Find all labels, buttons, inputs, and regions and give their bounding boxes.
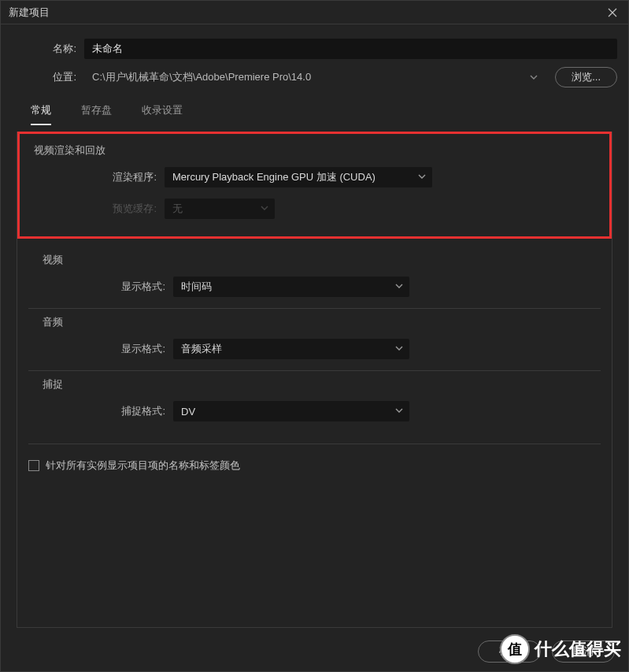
- audio-section-title: 音频: [39, 315, 590, 329]
- audio-section: 音频 显示格式: 音频采样: [28, 309, 601, 371]
- chevron-down-icon: [418, 173, 426, 182]
- name-row: 名称:: [12, 39, 617, 59]
- location-row: 位置: C:\用户\机械革命\文档\Adobe\Premiere Pro\14.…: [12, 67, 617, 87]
- cancel-button[interactable]: 取消: [552, 640, 615, 663]
- preview-cache-row: 预览缓存: 无: [31, 199, 598, 219]
- location-value: C:\用户\机械革命\文档\Adobe\Premiere Pro\14.0: [92, 70, 311, 84]
- tabs-container: 常规 暂存盘 收录设置 视频渲染和回放 渲染程序: Mercury Playba…: [12, 103, 617, 628]
- video-section: 视频 显示格式: 时间码: [28, 247, 601, 309]
- tab-panel-general: 视频渲染和回放 渲染程序: Mercury Playback Engine GP…: [17, 132, 612, 628]
- tab-scratch-disks[interactable]: 暂存盘: [81, 103, 112, 125]
- browse-button[interactable]: 浏览...: [555, 67, 617, 87]
- show-labels-label: 针对所有实例显示项目项的名称和标签颜色: [46, 459, 240, 473]
- show-labels-checkbox-row: 针对所有实例显示项目项的名称和标签颜色: [17, 444, 612, 487]
- audio-format-value: 音频采样: [181, 342, 222, 356]
- audio-format-dropdown[interactable]: 音频采样: [173, 339, 409, 359]
- name-input[interactable]: [84, 39, 617, 59]
- name-label: 名称:: [12, 42, 84, 56]
- renderer-row: 渲染程序: Mercury Playback Engine GPU 加速 (CU…: [31, 167, 598, 187]
- preview-cache-value: 无: [172, 202, 183, 216]
- video-format-dropdown[interactable]: 时间码: [173, 277, 409, 297]
- preview-cache-dropdown: 无: [165, 199, 275, 219]
- chevron-down-icon: [395, 344, 403, 354]
- dialog-footer: 确定 取消: [478, 640, 615, 663]
- chevron-down-icon: [395, 282, 403, 291]
- video-section-title: 视频: [39, 253, 590, 267]
- chevron-down-icon: [530, 72, 538, 84]
- audio-format-label: 显示格式:: [39, 342, 173, 356]
- renderer-label: 渲染程序:: [31, 170, 165, 184]
- location-label: 位置:: [12, 70, 84, 84]
- capture-format-dropdown[interactable]: DV: [173, 401, 409, 421]
- show-labels-checkbox[interactable]: [28, 460, 39, 471]
- tab-general[interactable]: 常规: [31, 103, 51, 125]
- dialog-title: 新建项目: [9, 6, 605, 20]
- close-icon[interactable]: [605, 5, 620, 20]
- video-format-row: 显示格式: 时间码: [39, 277, 590, 297]
- tabs: 常规 暂存盘 收录设置: [17, 103, 612, 125]
- capture-format-row: 捕捉格式: DV: [39, 401, 590, 421]
- capture-section: 捕捉 捕捉格式: DV: [28, 371, 601, 433]
- renderer-dropdown[interactable]: Mercury Playback Engine GPU 加速 (CUDA): [165, 167, 432, 187]
- render-section-highlight: 视频渲染和回放 渲染程序: Mercury Playback Engine GP…: [17, 132, 612, 239]
- renderer-value: Mercury Playback Engine GPU 加速 (CUDA): [172, 170, 376, 184]
- render-section-title: 视频渲染和回放: [31, 143, 598, 158]
- video-format-label: 显示格式:: [39, 280, 173, 294]
- preview-cache-label: 预览缓存:: [31, 202, 165, 216]
- capture-format-label: 捕捉格式:: [39, 404, 173, 418]
- location-dropdown[interactable]: C:\用户\机械革命\文档\Adobe\Premiere Pro\14.0: [84, 67, 546, 87]
- tab-ingest[interactable]: 收录设置: [142, 103, 183, 125]
- video-format-value: 时间码: [181, 280, 212, 294]
- new-project-dialog: 新建项目 名称: 位置: C:\用户\机械革命\文档\Adobe\Premier…: [0, 0, 629, 672]
- ok-button[interactable]: 确定: [478, 640, 541, 663]
- capture-section-title: 捕捉: [39, 377, 590, 392]
- chevron-down-icon: [395, 407, 403, 416]
- dialog-body: 名称: 位置: C:\用户\机械革命\文档\Adobe\Premiere Pro…: [1, 24, 628, 628]
- titlebar: 新建项目: [1, 1, 628, 24]
- audio-format-row: 显示格式: 音频采样: [39, 339, 590, 359]
- chevron-down-icon: [261, 204, 268, 213]
- capture-format-value: DV: [181, 406, 195, 418]
